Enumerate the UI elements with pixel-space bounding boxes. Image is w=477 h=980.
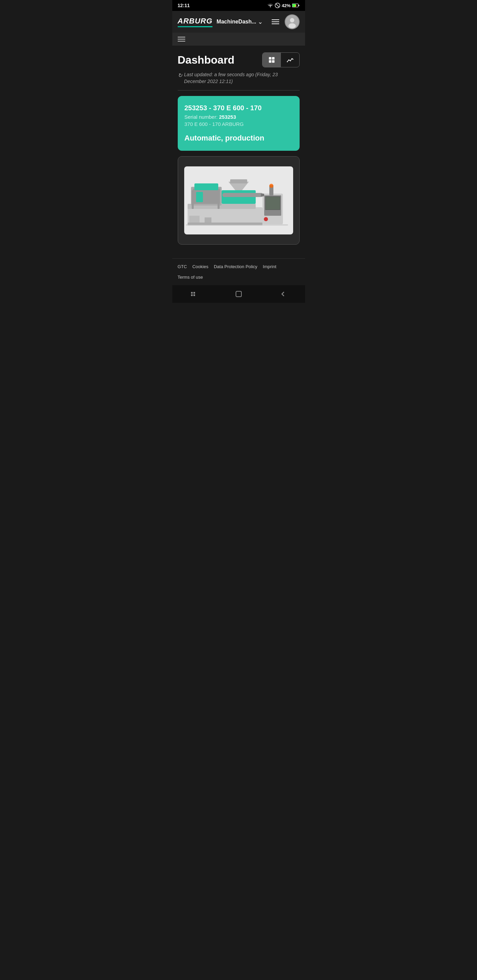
machine-image-card	[178, 156, 300, 245]
divider	[178, 90, 300, 91]
svg-point-13	[287, 61, 288, 62]
logo-underline	[178, 26, 213, 27]
chart-icon	[286, 56, 294, 64]
footer-link-cookies[interactable]: Cookies	[192, 264, 208, 269]
svg-rect-39	[205, 218, 211, 223]
grid-icon	[268, 56, 276, 64]
svg-rect-45	[193, 292, 195, 294]
footer: GTC Cookies Data Protection Policy Impri…	[172, 258, 305, 285]
nav-menu-icon	[190, 290, 198, 298]
footer-link-terms[interactable]: Terms of use	[178, 275, 203, 280]
dashboard-title-row: Dashboard	[178, 52, 300, 67]
svg-rect-31	[261, 194, 264, 196]
status-icons: 42% ⚡	[267, 3, 299, 8]
machine-name: 253253 - 370 E 600 - 170	[185, 104, 293, 112]
view-toggle	[262, 52, 300, 67]
status-bar: 12:11 42% ⚡	[172, 0, 305, 11]
svg-point-16	[292, 58, 292, 59]
machine-svg	[184, 166, 293, 234]
footer-link-imprint[interactable]: Imprint	[263, 264, 276, 269]
sub-menu-icon[interactable]	[178, 37, 185, 41]
svg-rect-35	[192, 190, 194, 209]
svg-point-17	[292, 59, 293, 60]
nav-menu-button[interactable]	[190, 290, 198, 298]
svg-rect-42	[230, 179, 247, 183]
svg-point-15	[290, 60, 291, 61]
no-sim-icon	[275, 3, 280, 8]
svg-point-33	[269, 184, 273, 188]
machine-serial-row: Serial number: 253253	[185, 114, 293, 120]
user-avatar[interactable]	[285, 14, 300, 29]
svg-point-34	[270, 189, 273, 192]
wifi-icon	[267, 3, 273, 8]
svg-rect-30	[222, 193, 263, 197]
svg-line-1	[276, 4, 279, 7]
refresh-icon: ↻	[178, 72, 182, 79]
svg-rect-10	[272, 57, 274, 60]
svg-rect-44	[191, 292, 193, 294]
arburg-logo: ARBURG	[178, 17, 213, 27]
nav-home-button[interactable]	[235, 290, 243, 298]
nav-bar	[172, 285, 305, 303]
footer-link-gtc[interactable]: GTC	[178, 264, 187, 269]
svg-point-7	[290, 18, 294, 22]
svg-rect-43	[186, 224, 288, 226]
app-header: ARBURG MachineDash... ⌄	[172, 11, 305, 33]
svg-rect-46	[191, 294, 193, 296]
battery-percentage: 42%	[282, 3, 290, 8]
main-content: Dashboard	[172, 46, 305, 258]
serial-number: 253253	[219, 114, 236, 120]
nav-home-icon	[235, 290, 243, 298]
svg-rect-47	[193, 294, 195, 296]
page-title: Dashboard	[178, 54, 235, 66]
user-avatar-icon	[285, 15, 299, 29]
svg-rect-9	[269, 57, 271, 60]
svg-rect-29	[266, 197, 280, 210]
chevron-down-icon[interactable]: ⌄	[258, 18, 263, 25]
header-actions	[272, 14, 300, 29]
app-title: MachineDash...	[217, 19, 256, 25]
svg-rect-23	[195, 183, 218, 190]
svg-point-8	[289, 24, 296, 29]
svg-point-40	[264, 217, 268, 221]
svg-rect-48	[236, 291, 241, 297]
logo-text: ARBURG	[178, 17, 213, 25]
svg-rect-25	[196, 192, 203, 202]
svg-rect-12	[272, 60, 274, 63]
last-updated-text: Last updated: a few seconds ago (Friday,…	[184, 72, 300, 85]
header-title-area[interactable]: MachineDash... ⌄	[217, 18, 267, 25]
battery-icon: ⚡	[292, 3, 300, 8]
header-menu-icon[interactable]	[272, 19, 279, 24]
svg-rect-36	[217, 190, 220, 209]
status-time: 12:11	[178, 3, 190, 8]
serial-label: Serial number:	[185, 114, 218, 120]
machine-illustration	[183, 166, 294, 234]
sub-header	[172, 33, 305, 46]
nav-back-button[interactable]	[279, 290, 287, 298]
footer-link-data-protection[interactable]: Data Protection Policy	[214, 264, 257, 269]
grid-view-button[interactable]	[263, 53, 281, 67]
chart-view-button[interactable]	[281, 53, 299, 67]
svg-rect-38	[189, 216, 199, 223]
machine-status: Automatic, production	[185, 134, 293, 143]
nav-back-icon	[279, 290, 287, 298]
svg-rect-11	[269, 60, 271, 63]
machine-card[interactable]: 253253 - 370 E 600 - 170 Serial number: …	[178, 96, 300, 151]
svg-point-14	[288, 60, 289, 60]
machine-model: 370 E 600 - 170 ARBURG	[185, 121, 293, 127]
svg-text:⚡: ⚡	[294, 4, 297, 8]
svg-rect-4	[298, 5, 299, 6]
last-updated: ↻ Last updated: a few seconds ago (Frida…	[178, 72, 300, 85]
